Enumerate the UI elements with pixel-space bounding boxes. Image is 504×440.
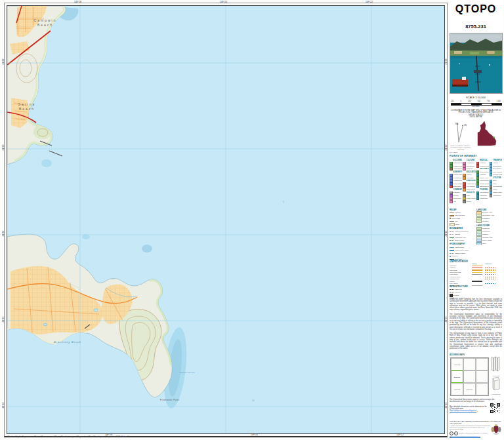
legend-item-label: Tank [493, 183, 496, 185]
grat-right-5: 21°26' [445, 402, 448, 409]
legend-item-label: State Forest [455, 239, 464, 241]
svg-text:GN: GN [464, 124, 467, 127]
grat-right-3: 21°24' [445, 230, 448, 237]
qtopo-app-link[interactable]: https://qtopo.information.qld.gov.au/ [450, 410, 476, 412]
legend-item-label: Pipeline [455, 291, 461, 293]
map-canvas[interactable]: Campwin Beach Sarina Beach Armstrong Bea… [7, 5, 445, 434]
legend-item-label: Courthouse [453, 177, 462, 179]
legend-swatch [476, 220, 482, 224]
unsealed-sample [485, 274, 495, 275]
legend-swatch [450, 215, 454, 216]
cover-photo-art [450, 33, 502, 93]
legend-item-label: Powerline [455, 289, 462, 290]
legend-item-label: Local Government [455, 231, 468, 233]
production-note: Produced by the Department of Natural Re… [8, 436, 129, 438]
print-date: 04/09/2025 [450, 151, 457, 153]
legend-item-label: ADMINISTRATION [453, 171, 463, 173]
legend-item-label: Plantation [482, 218, 490, 220]
adjoining-cell [476, 383, 488, 395]
unsealed-sample [485, 268, 495, 268]
map-location-marker [494, 137, 495, 138]
legend-item: Orchard [476, 220, 501, 224]
legend-item-label: Sports Facility [480, 183, 489, 185]
legend-swatch [450, 247, 454, 248]
legend-item-label: Boat Ramp [493, 165, 501, 167]
legend-swatch [450, 221, 454, 222]
legend-swatch [463, 168, 466, 171]
grat-right-1: 21°22' [445, 58, 448, 65]
legend-item-label: Suburb [455, 233, 460, 235]
legend-item-label: Swamp [482, 233, 488, 235]
adjoining-sheet-number: 8755-233 [454, 364, 461, 365]
legend-swatch [463, 176, 466, 180]
legend-item-label: Lake or Dam [482, 239, 492, 241]
sealed-sample [472, 266, 482, 266]
legend-item-label: Lighthouse [480, 197, 488, 199]
legend-item-label: Waterfall [452, 255, 458, 257]
copyright-block: © State of Queensland (Department of Nat… [450, 425, 490, 437]
legend-swatch [476, 242, 482, 245]
legend-item-label: Camping Ground [453, 162, 463, 164]
legend-swatch [450, 218, 451, 219]
transport-title: TRANSPORTATION [450, 260, 502, 262]
landuse-items: Built Up AreaRecreation AreaPlantationOr… [476, 211, 501, 223]
transport-legend: TRANSPORTATION SealedUnsealed MotorwayHi… [450, 258, 502, 287]
adjoining-cell: 8755-212 [451, 383, 463, 395]
cc-licence-link[interactable]: https://creativecommons.org/licenses/by/… [450, 435, 480, 437]
adjoining-cell [463, 370, 476, 383]
fold-diagrams: Vertical fold Horizontal fold [490, 355, 503, 395]
cc-licence-label: Creative Commons Attribution 4.0 licence [459, 432, 488, 434]
sealed-sample [472, 274, 482, 275]
label-reef: Freshwater Point Reef [179, 372, 195, 374]
legend-swatch [450, 292, 454, 292]
legend-item-label: Hall [453, 201, 456, 203]
legend-swatch [490, 194, 493, 197]
legend-item-label: COMMUNITY [453, 189, 463, 191]
adjoining-cell: 8755-231 [451, 370, 463, 383]
legend-item-label: Built Up Area [482, 212, 492, 214]
transport-subheaders: SealedUnsealed [450, 263, 502, 264]
topographic-map: Campwin Beach Sarina Beach Armstrong Bea… [7, 6, 444, 433]
legend-item-label: EDUCATION [467, 171, 476, 173]
poi-column-2: CULTUREArt GalleryMonumentMuseumEDUCATIO… [463, 159, 475, 203]
legend-item-label: Rainforest [482, 231, 490, 233]
grat-bottom-2: 149°20' [251, 433, 258, 436]
legend-item: Reef [476, 242, 501, 245]
unsealed-sample [485, 270, 495, 270]
legend-item-label: Cemetery [453, 191, 461, 193]
grat-right-2: 21°23' [445, 144, 448, 151]
grat-left-4: 21°25' [2, 316, 5, 323]
legend-swatch [476, 165, 480, 168]
scale-bar-numbers: 25002505007501,000 [451, 100, 501, 102]
legend-swatch [450, 289, 454, 290]
legend-item-label: University [467, 177, 474, 179]
unsealed-sample [485, 277, 495, 277]
legend-item-label: SES Facility [467, 189, 475, 191]
landuse-title: LAND USE [476, 209, 501, 211]
boundaries-items: Local GovernmentSuburbProtected AreaStat… [450, 230, 474, 242]
legend-item-label: Water Facility [493, 191, 502, 193]
legend-col-right: LAND USE Built Up AreaRecreation AreaPla… [476, 207, 501, 264]
legend-item-label: Racecourse [480, 180, 488, 182]
legend-item-label: Community Centre [453, 197, 463, 199]
legend-item-label: TOURISM [480, 189, 488, 191]
adjoining-cell [476, 358, 488, 370]
grat-top-2: 149°20' [220, 1, 227, 3]
legend-swatch [450, 212, 454, 213]
legend-item-label: Post Office [453, 186, 461, 188]
legend-item-label: Caravan Park [453, 165, 463, 167]
svg-text:TN: TN [455, 123, 457, 125]
legend-item-label: Telephone Exchange [493, 186, 502, 188]
legend-swatch [490, 174, 493, 177]
legend-item-label: Landmark [480, 195, 487, 197]
poi-column-3: MEDICALHospitalMedical CentreRECREATIONG… [476, 159, 489, 203]
legend-swatch [450, 256, 451, 257]
legend-item-label: Museum [467, 168, 473, 170]
legend-swatch [450, 240, 454, 241]
legend-item-label: RECREATION [480, 168, 489, 170]
disclaimer-p1: QTopo has been compiled from the best in… [450, 298, 502, 311]
legend-item: Sand [450, 223, 474, 226]
legend-swatch [450, 186, 453, 189]
legend-item-label: Windpump [493, 195, 501, 197]
poi-title: POINTS OF INTEREST [450, 155, 477, 157]
